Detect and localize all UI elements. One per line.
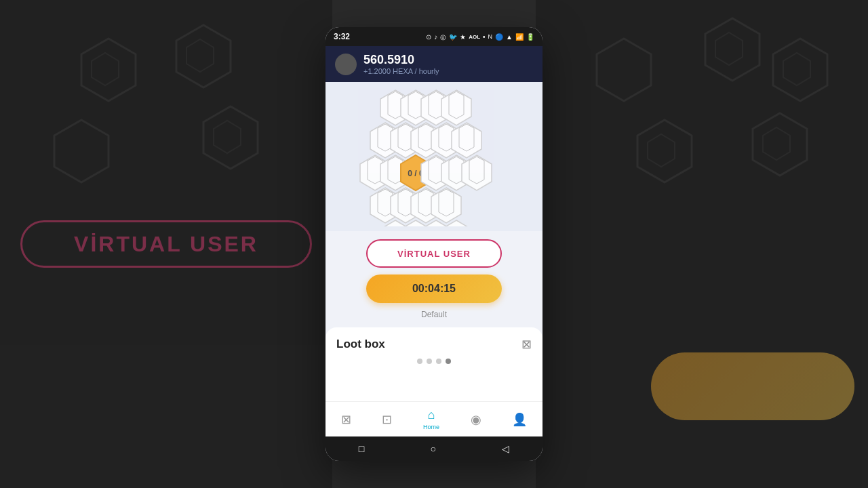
tiktok-icon: ♪	[434, 33, 437, 41]
status-time: 3:32	[334, 32, 350, 41]
dot-4	[446, 359, 451, 364]
nav-icon-2: ⊡	[382, 412, 392, 427]
signal-icon: 📶	[515, 33, 524, 41]
svg-marker-13	[648, 134, 675, 167]
dot-icon: •	[483, 33, 486, 41]
status-icons: ⊙ ♪ ◎ 🐦 ★ AOL • N 🔵 ▲ 📶 🔋	[426, 33, 534, 41]
nav-icon-home: ⌂	[428, 408, 435, 422]
svg-marker-2	[176, 25, 231, 87]
nav-icon-1: ⊠	[341, 412, 351, 427]
svg-marker-9	[715, 33, 743, 65]
nav-label-home: Home	[423, 424, 439, 430]
svg-marker-8	[705, 18, 760, 81]
background-left: VİRTUAL USER	[0, 0, 332, 488]
bluetooth-icon: 🔵	[495, 33, 503, 41]
timer-button[interactable]: 00:04:15	[366, 274, 502, 303]
nav-item-1[interactable]: ⊠	[336, 409, 357, 430]
balance-header: 560.5910 +1.2000 HEXA / hourly	[326, 46, 542, 82]
wifi-icon: ▲	[506, 33, 513, 41]
svg-marker-7	[597, 39, 651, 101]
battery-icon: 🔋	[526, 33, 534, 41]
bg-oval	[651, 352, 854, 420]
record-icon: ◎	[440, 33, 446, 41]
svg-marker-11	[783, 53, 810, 85]
svg-marker-5	[203, 106, 258, 169]
avatar	[335, 54, 357, 75]
default-label: Default	[421, 310, 447, 319]
aol-icon: AOL	[469, 34, 480, 40]
svg-marker-1	[92, 53, 119, 85]
phone-container: 3:32 ⊙ ♪ ◎ 🐦 ★ AOL • N 🔵 ▲ 📶 🔋 560.5910 …	[326, 27, 542, 461]
svg-marker-0	[81, 39, 136, 101]
nav-item-home[interactable]: ⌂ Home	[418, 405, 445, 433]
svg-marker-15	[763, 127, 790, 160]
status-bar: 3:32 ⊙ ♪ ◎ 🐦 ★ AOL • N 🔵 ▲ 📶 🔋	[326, 27, 542, 46]
action-area: VİRTUAL USER 00:04:15 Default	[326, 231, 542, 327]
loot-box-dots	[336, 359, 532, 364]
system-nav: □ ○ ◁	[326, 436, 542, 461]
loot-box-icon: ⊠	[521, 337, 532, 352]
svg-marker-4	[54, 120, 108, 182]
sys-circle-btn[interactable]: ○	[430, 443, 435, 454]
notification-icon: ⊙	[426, 33, 431, 41]
loot-box-section: Loot box ⊠	[326, 327, 542, 401]
svg-marker-14	[753, 113, 807, 176]
nav-icon-3: ◉	[471, 412, 481, 427]
balance-rate: +1.2000 HEXA / hourly	[363, 67, 439, 75]
svg-marker-3	[186, 39, 214, 72]
svg-marker-12	[637, 120, 692, 182]
dot-3	[436, 359, 441, 364]
hex-grid-area: 0 / 0	[326, 82, 542, 231]
sys-square-btn[interactable]: □	[359, 443, 364, 454]
nav-item-profile[interactable]: 👤	[507, 409, 532, 430]
twitter-icon: 🐦	[449, 33, 457, 41]
loot-box-header: Loot box ⊠	[336, 337, 532, 352]
dot-1	[417, 359, 422, 364]
loot-box-title: Loot box	[336, 338, 385, 351]
nav-item-3[interactable]: ◉	[465, 409, 487, 430]
svg-marker-10	[773, 39, 827, 101]
nav-item-2[interactable]: ⊡	[376, 409, 397, 430]
virtual-user-button[interactable]: VİRTUAL USER	[366, 239, 502, 268]
bottom-nav: ⊠ ⊡ ⌂ Home ◉ 👤	[326, 401, 542, 436]
svg-marker-6	[214, 121, 241, 153]
hex-grid-svg: 0 / 0	[339, 87, 529, 226]
balance-info: 560.5910 +1.2000 HEXA / hourly	[363, 53, 439, 75]
background-right	[536, 0, 868, 488]
sys-back-btn[interactable]: ◁	[502, 443, 509, 454]
balance-amount: 560.5910	[363, 53, 439, 67]
dot-2	[427, 359, 432, 364]
nav-icon-profile: 👤	[512, 412, 527, 427]
star-icon: ★	[460, 33, 466, 41]
nfc-icon: N	[488, 33, 493, 40]
bg-virtual-button: VİRTUAL USER	[20, 220, 312, 268]
